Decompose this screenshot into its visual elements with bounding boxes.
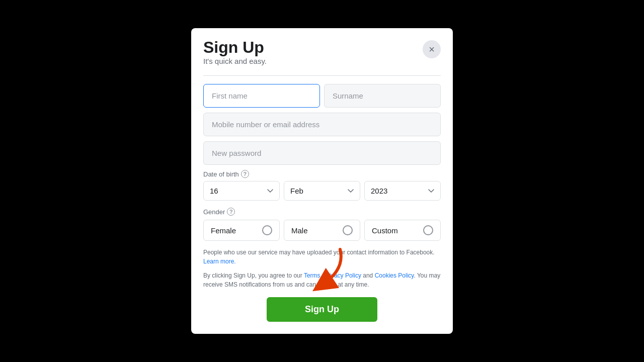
- first-name-input[interactable]: [203, 84, 320, 108]
- gender-label-text: Gender: [203, 208, 225, 216]
- privacy-link[interactable]: Privacy Policy: [324, 272, 361, 279]
- dob-month-select[interactable]: Feb JanMarAprMay JunJulAugSep OctNovDec: [284, 181, 360, 201]
- gender-custom-label: Custom: [372, 226, 398, 235]
- contact-notice: People who use our service may have uplo…: [203, 248, 441, 266]
- modal-title: Sign Up: [203, 38, 267, 57]
- gender-option-custom[interactable]: Custom: [364, 220, 441, 241]
- name-row: [203, 84, 441, 108]
- dob-row: 16 1234 5678 9101112 13141517 18192021 2…: [203, 181, 441, 201]
- dob-label-text: Date of birth: [203, 170, 239, 178]
- contact-notice-text: People who use our service may have uplo…: [203, 249, 435, 256]
- gender-row: Female Male Custom: [203, 220, 441, 241]
- close-icon: ×: [429, 44, 435, 55]
- page-title: Sign Up It's quick and easy.: [203, 38, 267, 73]
- mobile-email-input[interactable]: [203, 113, 441, 136]
- password-field: [203, 141, 441, 165]
- signup-btn-row: Sign Up: [203, 297, 441, 322]
- dob-label: Date of birth ?: [203, 170, 441, 178]
- terms-link[interactable]: Terms: [304, 272, 320, 279]
- surname-input[interactable]: [324, 84, 441, 108]
- password-input[interactable]: [203, 141, 441, 165]
- modal-subtitle: It's quick and easy.: [203, 57, 267, 65]
- gender-option-female[interactable]: Female: [203, 220, 280, 241]
- learn-more-link[interactable]: Learn more.: [203, 258, 236, 265]
- dob-year-select[interactable]: 2023 2022202120202019 2018201020001990 1…: [364, 181, 441, 201]
- dob-help-icon[interactable]: ?: [241, 170, 249, 178]
- gender-option-male[interactable]: Male: [284, 220, 360, 241]
- mobile-email-field: [203, 113, 441, 136]
- modal-header: Sign Up It's quick and easy. ×: [203, 38, 441, 73]
- signup-modal: Sign Up It's quick and easy. × Date of b…: [191, 28, 453, 334]
- modal-overlay: Sign Up It's quick and easy. × Date of b…: [0, 0, 644, 362]
- gender-label: Gender ?: [203, 208, 441, 216]
- cookies-link[interactable]: Cookies Policy: [375, 272, 414, 279]
- gender-male-label: Male: [291, 226, 308, 235]
- dob-day-select[interactable]: 16 1234 5678 9101112 13141517 18192021 2…: [203, 181, 280, 201]
- terms-text-before: By clicking Sign Up, you agree to our: [203, 272, 302, 279]
- signup-button[interactable]: Sign Up: [267, 297, 377, 322]
- gender-help-icon[interactable]: ?: [227, 208, 235, 216]
- gender-custom-radio[interactable]: [423, 225, 433, 235]
- gender-female-radio[interactable]: [262, 225, 272, 235]
- divider: [203, 75, 441, 76]
- gender-female-label: Female: [211, 226, 236, 235]
- terms-notice: By clicking Sign Up, you agree to our Te…: [203, 271, 441, 289]
- close-button[interactable]: ×: [423, 40, 441, 58]
- gender-male-radio[interactable]: [343, 225, 353, 235]
